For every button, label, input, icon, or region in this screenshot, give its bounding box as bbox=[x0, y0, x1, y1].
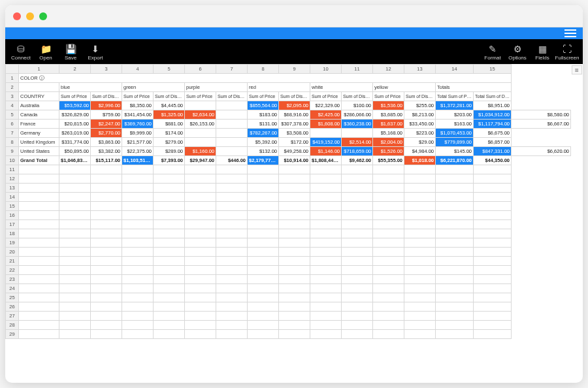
empty-cell[interactable] bbox=[342, 211, 373, 220]
empty-cell[interactable] bbox=[248, 284, 279, 293]
empty-cell[interactable] bbox=[59, 193, 91, 202]
empty-cell[interactable] bbox=[404, 202, 436, 211]
col-header[interactable]: 7 bbox=[216, 65, 248, 74]
fullscreen-button[interactable]: ⛶Fullscreen bbox=[555, 40, 579, 63]
empty-cell[interactable] bbox=[91, 302, 122, 312]
data-cell[interactable] bbox=[310, 129, 342, 138]
empty-cell[interactable] bbox=[185, 165, 216, 174]
empty-cell[interactable] bbox=[474, 220, 512, 229]
empty-cell[interactable] bbox=[373, 165, 404, 174]
data-cell[interactable]: $419,152.00 bbox=[310, 138, 342, 147]
data-cell[interactable]: $1,372,281.00 bbox=[436, 101, 474, 110]
empty-cell[interactable] bbox=[122, 174, 154, 184]
data-cell[interactable]: $20,815.00 bbox=[59, 120, 91, 129]
data-cell[interactable]: $183.00 bbox=[248, 110, 279, 120]
color-group-header[interactable]: white bbox=[310, 83, 373, 92]
empty-cell[interactable] bbox=[59, 330, 91, 339]
empty-cell[interactable] bbox=[19, 184, 59, 193]
color-group-header[interactable]: Totals bbox=[436, 83, 512, 92]
empty-cell[interactable] bbox=[310, 293, 342, 302]
data-cell[interactable]: $3,382.00 bbox=[91, 147, 122, 156]
data-cell[interactable]: $174.00 bbox=[154, 129, 185, 138]
empty-cell[interactable] bbox=[310, 302, 342, 312]
empty-cell[interactable] bbox=[342, 193, 373, 202]
empty-cell[interactable] bbox=[122, 220, 154, 229]
empty-cell[interactable] bbox=[474, 211, 512, 220]
data-cell[interactable]: $9,462.00 bbox=[342, 156, 373, 165]
col-header[interactable]: 5 bbox=[154, 65, 185, 74]
empty-cell[interactable] bbox=[342, 312, 373, 321]
close-dot[interactable] bbox=[13, 12, 21, 20]
col-header[interactable]: 6 bbox=[185, 65, 216, 74]
empty-cell[interactable] bbox=[342, 293, 373, 302]
data-cell[interactable]: $279.00 bbox=[154, 138, 185, 147]
data-cell[interactable] bbox=[216, 110, 248, 120]
empty-cell[interactable] bbox=[342, 266, 373, 275]
empty-cell[interactable] bbox=[248, 257, 279, 266]
color-group-header[interactable]: red bbox=[248, 83, 310, 92]
empty-cell[interactable] bbox=[154, 238, 185, 248]
empty-cell[interactable] bbox=[216, 220, 248, 229]
empty-cell[interactable] bbox=[185, 257, 216, 266]
data-cell[interactable]: $5,168.00 bbox=[373, 129, 404, 138]
empty-cell[interactable] bbox=[248, 229, 279, 238]
empty-cell[interactable] bbox=[19, 238, 59, 248]
empty-cell[interactable] bbox=[436, 284, 474, 293]
empty-cell[interactable] bbox=[185, 284, 216, 293]
data-cell[interactable] bbox=[185, 101, 216, 110]
col-header[interactable]: 11 bbox=[342, 65, 373, 74]
empty-cell[interactable] bbox=[19, 266, 59, 275]
empty-cell[interactable] bbox=[122, 275, 154, 284]
empty-cell[interactable] bbox=[19, 211, 59, 220]
empty-cell[interactable] bbox=[154, 220, 185, 229]
metric-header[interactable]: Total Sum of Discount bbox=[474, 92, 512, 101]
data-cell[interactable]: $369,760.00 bbox=[122, 120, 154, 129]
empty-cell[interactable] bbox=[248, 184, 279, 193]
empty-cell[interactable] bbox=[59, 211, 91, 220]
data-cell[interactable]: $1,103,515.00 bbox=[122, 156, 154, 165]
data-cell[interactable]: $1,526.00 bbox=[373, 147, 404, 156]
data-cell[interactable]: $33,450.00 bbox=[404, 120, 436, 129]
empty-cell[interactable] bbox=[122, 184, 154, 193]
empty-cell[interactable] bbox=[474, 266, 512, 275]
data-cell[interactable]: $1,325.00 bbox=[154, 110, 185, 120]
empty-cell[interactable] bbox=[310, 229, 342, 238]
data-cell[interactable]: $132.00 bbox=[248, 147, 279, 156]
data-cell[interactable]: $782,267.00 bbox=[248, 129, 279, 138]
fields-button[interactable]: ▦Fields bbox=[531, 40, 554, 63]
empty-cell[interactable] bbox=[185, 229, 216, 238]
empty-cell[interactable] bbox=[59, 202, 91, 211]
empty-cell[interactable] bbox=[373, 202, 404, 211]
hamburger-icon[interactable]: ≡ bbox=[572, 65, 582, 74]
empty-cell[interactable] bbox=[216, 248, 248, 257]
empty-cell[interactable] bbox=[185, 193, 216, 202]
empty-cell[interactable] bbox=[216, 238, 248, 248]
data-cell[interactable]: $1,160.00 bbox=[185, 147, 216, 156]
empty-cell[interactable] bbox=[404, 184, 436, 193]
empty-cell[interactable] bbox=[216, 330, 248, 339]
empty-cell[interactable] bbox=[248, 248, 279, 257]
empty-cell[interactable] bbox=[404, 248, 436, 257]
empty-cell[interactable] bbox=[19, 229, 59, 238]
data-cell[interactable]: $49,258.00 bbox=[279, 147, 310, 156]
data-cell[interactable]: $2,514.00 bbox=[342, 138, 373, 147]
empty-cell[interactable] bbox=[248, 220, 279, 229]
data-cell[interactable]: $53,592.00 bbox=[59, 101, 91, 110]
empty-cell[interactable] bbox=[342, 165, 373, 174]
data-cell[interactable] bbox=[216, 138, 248, 147]
maximize-dot[interactable] bbox=[39, 12, 47, 20]
empty-cell[interactable] bbox=[279, 248, 310, 257]
row-field-header[interactable]: COUNTRY bbox=[19, 92, 59, 101]
data-cell[interactable] bbox=[185, 129, 216, 138]
data-cell[interactable]: $8,213.00 bbox=[404, 110, 436, 120]
empty-cell[interactable] bbox=[436, 321, 474, 330]
empty-cell[interactable] bbox=[248, 330, 279, 339]
data-cell[interactable]: $6,857.00 bbox=[474, 138, 512, 147]
empty-cell[interactable] bbox=[59, 229, 91, 238]
empty-cell[interactable] bbox=[404, 257, 436, 266]
data-cell[interactable]: $263,019.00 bbox=[59, 129, 91, 138]
empty-cell[interactable] bbox=[373, 302, 404, 312]
empty-cell[interactable] bbox=[248, 266, 279, 275]
empty-cell[interactable] bbox=[404, 321, 436, 330]
metric-header[interactable]: Sum of Price bbox=[122, 92, 154, 101]
